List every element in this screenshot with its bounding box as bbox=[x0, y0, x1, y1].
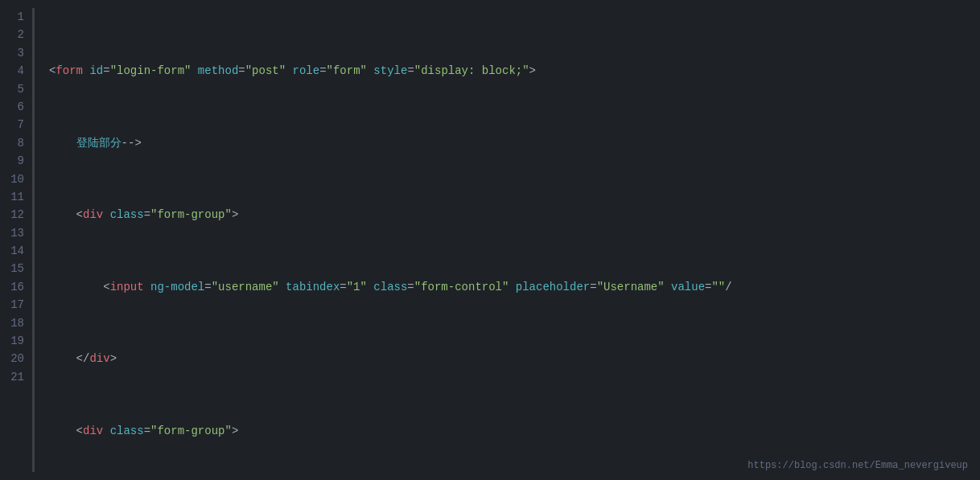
code-line-2: 登陆部分--> bbox=[49, 134, 980, 152]
line-number-11: 11 bbox=[0, 188, 24, 206]
code-line-5: </div> bbox=[49, 350, 980, 367]
code-content: <form id="login-form" method="post" role… bbox=[41, 8, 980, 472]
line-number-12: 12 bbox=[0, 206, 24, 224]
line-number-1: 1 bbox=[0, 8, 24, 26]
line-number-5: 5 bbox=[0, 80, 24, 98]
line-numbers: 1 2 3 4 5 6 7 8 9 10 11 12 13 14 15 16 1… bbox=[0, 8, 32, 472]
line-number-20: 20 bbox=[0, 350, 24, 367]
line-number-15: 15 bbox=[0, 260, 24, 277]
code-editor: 1 2 3 4 5 6 7 8 9 10 11 12 13 14 15 16 1… bbox=[0, 0, 980, 480]
line-number-7: 7 bbox=[0, 116, 24, 133]
code-line-3: <div class="form-group"> bbox=[49, 206, 980, 224]
code-area: 1 2 3 4 5 6 7 8 9 10 11 12 13 14 15 16 1… bbox=[0, 0, 980, 480]
line-number-21: 21 bbox=[0, 368, 24, 386]
line-number-14: 14 bbox=[0, 242, 24, 260]
code-with-border: <form id="login-form" method="post" role… bbox=[32, 8, 980, 472]
line-number-10: 10 bbox=[0, 170, 24, 188]
line-number-9: 9 bbox=[0, 152, 24, 170]
line-number-19: 19 bbox=[0, 332, 24, 350]
line-number-3: 3 bbox=[0, 44, 24, 62]
line-number-8: 8 bbox=[0, 134, 24, 152]
line-number-18: 18 bbox=[0, 314, 24, 332]
line-number-6: 6 bbox=[0, 98, 24, 116]
line-number-4: 4 bbox=[0, 62, 24, 80]
line-number-2: 2 bbox=[0, 26, 24, 43]
line-number-13: 13 bbox=[0, 224, 24, 242]
line-number-17: 17 bbox=[0, 296, 24, 314]
code-line-4: <input ng-model="username" tabindex="1" … bbox=[49, 278, 980, 296]
code-line-6: <div class="form-group"> bbox=[49, 422, 980, 440]
code-line-1: <form id="login-form" method="post" role… bbox=[49, 62, 980, 80]
watermark: https://blog.csdn.net/Emma_nevergiveup bbox=[747, 458, 968, 474]
line-number-16: 16 bbox=[0, 278, 24, 296]
left-border bbox=[32, 8, 35, 472]
